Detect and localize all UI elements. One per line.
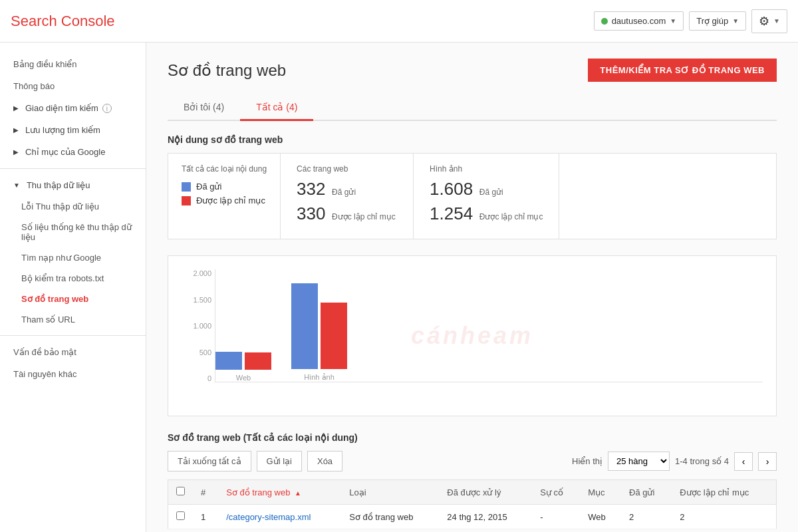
sidebar-divider-2 xyxy=(0,335,146,336)
tab-by-me[interactable]: Bởi tôi (4) xyxy=(168,95,240,121)
td-sitemap-1: /category-sitemap.xml xyxy=(218,505,341,529)
th-category: Mục xyxy=(580,480,621,505)
th-num: # xyxy=(193,480,218,505)
tabs-container: Bởi tôi (4) Tất cả (4) xyxy=(168,95,777,121)
stats-col-web-title: Các trang web xyxy=(297,164,397,174)
chart-container: cánheam 2.000 1.500 1.000 500 0 xyxy=(168,255,777,416)
sidebar-item-other[interactable]: Tài nguyên khác xyxy=(0,363,146,385)
pagination-info: 1-4 trong số 4 xyxy=(675,456,729,466)
sitemap-link-1[interactable]: /category-sitemap.xml xyxy=(226,512,311,522)
content-section-title: Nội dung sơ đồ trang web xyxy=(168,134,777,145)
sort-arrow-sitemap: ▲ xyxy=(295,489,301,497)
chart-y-1500: 1.500 xyxy=(182,296,211,304)
sidebar-item-dashboard[interactable]: Bảng điều khiển xyxy=(0,53,146,75)
search-ui-info-icon[interactable]: i xyxy=(102,104,112,113)
sidebar-label-search-traffic: Lưu lượng tìm kiếm xyxy=(25,125,100,135)
sidebar-label-other: Tài nguyên khác xyxy=(13,369,76,379)
th-indexed: Được lập chỉ mục xyxy=(672,480,776,505)
stats-col-images: Hình ảnh 1.608 Đã gửi 1.254 Được lập chỉ… xyxy=(414,154,559,239)
table-toolbar: Tải xuống tất cả Gửi lại Xóa Hiển thị 25… xyxy=(168,451,777,471)
sidebar-item-security[interactable]: Vấn đề bảo mật xyxy=(0,341,146,363)
legend-item-submitted: Đã gửi xyxy=(182,182,267,192)
table-header-row: # Sơ đồ trang web ▲ Loại Đã được xử lý S… xyxy=(168,480,777,505)
table-section-title: Sơ đồ trang web (Tất cả các loại nội dun… xyxy=(168,432,777,443)
td-num-1: 1 xyxy=(193,505,218,529)
site-selector[interactable]: dautuseo.com ▼ xyxy=(594,11,684,31)
stats-number-web-indexed: 330 xyxy=(297,203,325,223)
th-processed: Đã được xử lý xyxy=(439,480,532,505)
th-issues: Sự cố xyxy=(532,480,580,505)
help-dropdown-arrow: ▼ xyxy=(732,17,739,25)
stats-row-web-submitted: 332 Đã gửi xyxy=(297,179,397,200)
stats-col-empty xyxy=(559,154,776,239)
chart-group-images-bars xyxy=(291,283,347,369)
data-collect-arrow: ▼ xyxy=(13,182,20,189)
add-sitemap-button[interactable]: THÊM/KIỂM TRA SƠ ĐỒ TRANG WEB xyxy=(588,59,777,82)
sidebar-label-collect-errors: Lỗi Thu thập dữ liệu xyxy=(21,201,99,211)
download-all-button[interactable]: Tải xuống tất cả xyxy=(168,451,251,471)
pagination-prev-button[interactable]: ‹ xyxy=(734,452,753,471)
sidebar-divider-1 xyxy=(0,168,146,169)
th-sitemap[interactable]: Sơ đồ trang web ▲ xyxy=(218,480,341,505)
main-content: Sơ đồ trang web THÊM/KIỂM TRA SƠ ĐỒ TRAN… xyxy=(146,43,798,532)
chart-group-web: Web xyxy=(215,352,271,382)
rows-per-page-select[interactable]: 25 hàng 50 hàng 100 hàng xyxy=(608,452,670,471)
delete-button[interactable]: Xóa xyxy=(307,451,342,471)
td-processed-1: 24 thg 12, 2015 xyxy=(439,505,532,529)
show-label: Hiển thị xyxy=(572,456,602,466)
stats-col-web: Các trang web 332 Đã gửi 330 Được lập ch… xyxy=(281,154,414,239)
settings-button[interactable]: ⚙ ▼ xyxy=(751,9,787,33)
sidebar-item-fetch-google[interactable]: Tìm nạp như Google xyxy=(0,247,146,268)
stats-row-web-indexed: 330 Được lập chỉ mục xyxy=(297,203,397,224)
stats-number-images-indexed: 1.254 xyxy=(430,203,473,223)
stats-row-images-submitted: 1.608 Đã gửi xyxy=(430,179,543,200)
tab-all[interactable]: Tất cả (4) xyxy=(240,95,313,121)
sidebar-item-data-collect[interactable]: ▼ Thu thập dữ liệu xyxy=(0,174,146,196)
th-checkbox xyxy=(168,480,194,505)
chart-y-1000: 1.000 xyxy=(182,322,211,330)
sidebar-label-fetch-google: Tìm nạp như Google xyxy=(21,253,101,263)
page-header: Sơ đồ trang web THÊM/KIỂM TRA SƠ ĐỒ TRAN… xyxy=(168,59,777,82)
td-submitted-1: 2 xyxy=(621,505,672,529)
site-status-dot xyxy=(601,18,608,25)
select-all-checkbox[interactable] xyxy=(176,487,185,495)
chart-group-images: Hình ảnh xyxy=(291,283,347,382)
sidebar-label-security: Vấn đề bảo mật xyxy=(13,347,76,357)
td-indexed-1: 2 xyxy=(672,505,776,529)
sidebar-item-sitemap[interactable]: Sơ đồ trang web xyxy=(0,289,146,309)
sidebar-item-search-traffic[interactable]: ▶ Lưu lượng tìm kiếm xyxy=(0,119,146,141)
search-traffic-arrow: ▶ xyxy=(13,126,19,134)
chart-group-web-bars xyxy=(215,352,271,370)
help-button[interactable]: Trợ giúp ▼ xyxy=(689,11,746,31)
sidebar-label-robots: Bộ kiểm tra robots.txt xyxy=(21,273,104,283)
legend-color-submitted xyxy=(182,182,191,192)
header: Search Console dautuseo.com ▼ Trợ giúp ▼… xyxy=(0,0,798,43)
sidebar-item-collect-errors[interactable]: Lỗi Thu thập dữ liệu xyxy=(0,196,146,217)
resend-button[interactable]: Gửi lại xyxy=(257,451,302,471)
sidebar-item-url-params[interactable]: Tham số URL xyxy=(0,309,146,330)
chart-area: 2.000 1.500 1.000 500 0 Web xyxy=(182,269,763,402)
legend-color-indexed xyxy=(182,196,191,205)
legend-label-submitted: Đã gửi xyxy=(196,182,221,192)
td-type-1: Sơ đồ trang web xyxy=(341,505,439,529)
sidebar-item-google-index[interactable]: ▶ Chỉ mục của Google xyxy=(0,141,146,163)
td-issues-1: - xyxy=(532,505,580,529)
sidebar-item-collect-stats[interactable]: Số liệu thống kê thu thập dữ liệu xyxy=(0,217,146,247)
row-checkbox-1[interactable] xyxy=(176,511,185,520)
site-dropdown-arrow: ▼ xyxy=(670,17,676,25)
table-row: 1 /category-sitemap.xml Sơ đồ trang web … xyxy=(168,505,777,529)
chart-bar-web-indexed xyxy=(245,352,271,370)
layout: Bảng điều khiển Thông báo ▶ Giao diện tì… xyxy=(0,43,798,532)
header-controls: dautuseo.com ▼ Trợ giúp ▼ ⚙ ▼ xyxy=(594,9,787,33)
legend-label-indexed: Được lập chỉ mục xyxy=(196,196,265,205)
sidebar-item-notifications[interactable]: Thông báo xyxy=(0,75,146,97)
search-ui-arrow: ▶ xyxy=(13,104,19,112)
site-name: dautuseo.com xyxy=(612,16,666,26)
stats-number-images-submitted: 1.608 xyxy=(430,179,473,199)
pagination-next-button[interactable]: › xyxy=(758,452,777,471)
sidebar-item-search-ui[interactable]: ▶ Giao diện tìm kiếm i xyxy=(0,97,146,119)
th-submitted: Đã gửi xyxy=(621,480,672,505)
sidebar-item-robots[interactable]: Bộ kiểm tra robots.txt xyxy=(0,268,146,289)
stats-label-images-indexed: Được lập chỉ mục xyxy=(479,212,543,221)
settings-icon: ⚙ xyxy=(759,14,769,29)
